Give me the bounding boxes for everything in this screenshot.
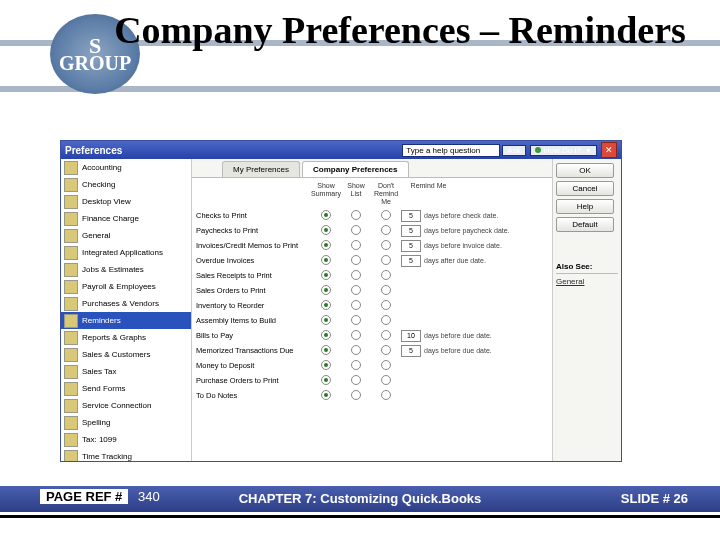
cancel-button[interactable]: Cancel [556, 181, 614, 196]
how-do-i-dropdown[interactable]: How Do I? ▼ [530, 145, 597, 156]
help-button[interactable]: Help [556, 199, 614, 214]
also-see-link[interactable]: General [556, 277, 618, 286]
reminder-radio[interactable] [341, 240, 371, 252]
reminder-radio[interactable] [341, 225, 371, 237]
sidebar-item-integrated-applications[interactable]: Integrated Applications [61, 244, 191, 261]
reminder-label: Inventory to Reorder [196, 302, 311, 310]
reminder-radio[interactable] [371, 330, 401, 342]
reminder-radio[interactable] [341, 255, 371, 267]
radio-icon [381, 255, 391, 265]
radio-icon [321, 330, 331, 340]
category-icon [64, 348, 78, 362]
reminder-radio[interactable] [341, 360, 371, 372]
radio-icon [321, 255, 331, 265]
sidebar-item-service-connection[interactable]: Service Connection [61, 397, 191, 414]
days-input[interactable]: 10 [401, 330, 421, 342]
sidebar-item-sales-tax[interactable]: Sales Tax [61, 363, 191, 380]
days-input[interactable]: 5 [401, 225, 421, 237]
reminder-radio[interactable] [341, 315, 371, 327]
reminder-radio[interactable] [371, 300, 401, 312]
reminder-radio[interactable] [341, 330, 371, 342]
reminder-radio[interactable] [371, 270, 401, 282]
reminder-radio[interactable] [311, 360, 341, 372]
category-icon [64, 161, 78, 175]
reminder-radio[interactable] [311, 255, 341, 267]
sidebar-item-time-tracking[interactable]: Time Tracking [61, 448, 191, 461]
help-search-input[interactable]: Type a help question [402, 144, 500, 157]
reminder-radio[interactable] [311, 390, 341, 402]
reminder-radio[interactable] [341, 270, 371, 282]
close-button[interactable]: ✕ [601, 142, 617, 158]
reminder-radio[interactable] [371, 345, 401, 357]
reminder-radio[interactable] [311, 270, 341, 282]
reminder-radio[interactable] [371, 255, 401, 267]
default-button[interactable]: Default [556, 217, 614, 232]
sidebar-item-send-forms[interactable]: Send Forms [61, 380, 191, 397]
days-input[interactable]: 5 [401, 210, 421, 222]
reminder-row: Purchase Orders to Print [192, 373, 552, 388]
days-input[interactable]: 5 [401, 255, 421, 267]
reminder-radio[interactable] [371, 240, 401, 252]
sidebar-item-finance-charge[interactable]: Finance Charge [61, 210, 191, 227]
reminder-radio[interactable] [341, 285, 371, 297]
category-icon [64, 178, 78, 192]
reminder-radio[interactable] [371, 360, 401, 372]
preferences-window: Preferences Type a help question Ask How… [60, 140, 622, 462]
reminder-radio[interactable] [311, 345, 341, 357]
reminder-radio[interactable] [341, 345, 371, 357]
category-icon [64, 314, 78, 328]
sidebar-item-accounting[interactable]: Accounting [61, 159, 191, 176]
reminder-radio[interactable] [311, 300, 341, 312]
ok-button[interactable]: OK [556, 163, 614, 178]
reminder-radio[interactable] [371, 225, 401, 237]
reminder-radio[interactable] [371, 285, 401, 297]
col-dont-remind: Don't Remind Me [371, 182, 401, 206]
radio-icon [351, 345, 361, 355]
ask-button[interactable]: Ask [502, 145, 525, 156]
days-input[interactable]: 5 [401, 345, 421, 357]
sidebar-item-general[interactable]: General [61, 227, 191, 244]
reminder-radio[interactable] [311, 210, 341, 222]
category-icon [64, 246, 78, 260]
radio-icon [321, 315, 331, 325]
radio-icon [351, 315, 361, 325]
days-input[interactable]: 5 [401, 240, 421, 252]
reminder-radio[interactable] [341, 390, 371, 402]
sidebar-item-checking[interactable]: Checking [61, 176, 191, 193]
category-icon [64, 229, 78, 243]
chapter-label: CHAPTER 7: Customizing Quick.Books [0, 491, 720, 506]
reminder-radio[interactable] [341, 375, 371, 387]
sidebar-item-payroll-employees[interactable]: Payroll & Employees [61, 278, 191, 295]
category-icon [64, 433, 78, 447]
reminder-radio[interactable] [371, 210, 401, 222]
reminder-label: Memorized Transactions Due [196, 347, 311, 355]
reminder-label: Overdue Invoices [196, 257, 311, 265]
sidebar-item-tax-1099[interactable]: Tax: 1099 [61, 431, 191, 448]
sidebar-item-reminders[interactable]: Reminders [61, 312, 191, 329]
sidebar-item-spelling[interactable]: Spelling [61, 414, 191, 431]
radio-icon [351, 330, 361, 340]
reminder-radio[interactable] [311, 240, 341, 252]
sidebar-item-label: Send Forms [82, 384, 126, 393]
sidebar-item-purchases-vendors[interactable]: Purchases & Vendors [61, 295, 191, 312]
reminder-radio[interactable] [311, 375, 341, 387]
sidebar-item-sales-customers[interactable]: Sales & Customers [61, 346, 191, 363]
sidebar-item-desktop-view[interactable]: Desktop View [61, 193, 191, 210]
reminder-radio[interactable] [311, 285, 341, 297]
radio-icon [351, 360, 361, 370]
reminder-radio[interactable] [311, 225, 341, 237]
reminder-radio[interactable] [311, 330, 341, 342]
reminder-label: To Do Notes [196, 392, 311, 400]
reminder-radio[interactable] [341, 210, 371, 222]
reminder-radio[interactable] [371, 315, 401, 327]
tab-my-preferences[interactable]: My Preferences [222, 161, 300, 177]
radio-icon [351, 285, 361, 295]
reminder-radio[interactable] [311, 315, 341, 327]
reminder-label: Purchase Orders to Print [196, 377, 311, 385]
sidebar-item-reports-graphs[interactable]: Reports & Graphs [61, 329, 191, 346]
tab-company-preferences[interactable]: Company Preferences [302, 161, 408, 177]
reminder-radio[interactable] [371, 390, 401, 402]
reminder-radio[interactable] [371, 375, 401, 387]
reminder-radio[interactable] [341, 300, 371, 312]
sidebar-item-jobs-estimates[interactable]: Jobs & Estimates [61, 261, 191, 278]
